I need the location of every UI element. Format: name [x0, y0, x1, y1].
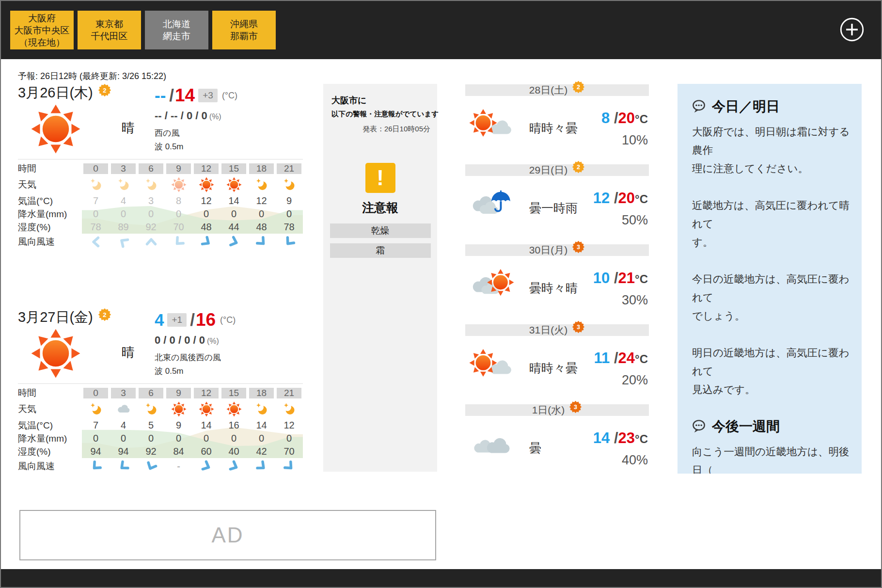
hourly-temp-cell: 16: [220, 419, 248, 432]
hourly-humidity-cell: 78: [82, 221, 110, 234]
weekly-high-temp: 20: [618, 190, 635, 207]
location-tab[interactable]: 東京都 千代田区: [78, 11, 141, 49]
weekly-temp-slash: /: [610, 270, 618, 286]
plus-icon: [839, 17, 865, 42]
weekly-temps: 11 /24°C 20%: [594, 350, 648, 388]
location-tab-label: 北海道 網走市: [163, 18, 190, 42]
wind-summary: 北東の風後西の風: [155, 352, 236, 363]
weekly-pop: 30%: [593, 293, 648, 308]
hourly-humidity-cell: 70: [275, 445, 303, 458]
wind-summary: 西の風: [155, 127, 237, 139]
wind-direction-icon: [90, 236, 102, 248]
hourly-temp-cell: 9: [165, 419, 192, 432]
weekly-temps: 14 /23°C 40%: [593, 429, 648, 468]
hourly-humidity-cell: 40: [220, 445, 248, 458]
hourly-weather-icon-cell: [192, 175, 220, 194]
hourly-precip-cell: 0: [275, 207, 303, 221]
hourly-precip-cell: 0: [248, 207, 275, 221]
weekly-date: 31日(火): [529, 323, 567, 337]
location-tab[interactable]: 北海道 網走市: [145, 11, 208, 49]
hourly-wind-cell: [82, 458, 110, 475]
weekly-temp-unit: °C: [635, 272, 648, 286]
hourly-weather-icon-cell: [192, 399, 220, 419]
hourly-humidity-cell: 92: [137, 445, 165, 458]
weekly-temp-slash: /: [610, 110, 618, 127]
badge-icon: 3: [569, 400, 582, 413]
svg-text:3: 3: [577, 244, 580, 251]
weekly-high-temp: 20: [618, 110, 635, 127]
bottombar: [1, 569, 881, 587]
weekly-entry-body: 晴時々曇 11 /24°C 20%: [465, 336, 649, 404]
wind-direction-icon: [281, 458, 298, 475]
hourly-precip-cell: 0: [137, 207, 165, 221]
svg-text:2: 2: [103, 87, 106, 94]
badge-icon: 3: [572, 320, 585, 334]
hourly-weather-icon-cell: [248, 399, 275, 419]
temp-unit: (°C): [220, 315, 236, 325]
hourly-wind-cell: [248, 458, 275, 475]
hourly-humidity-cell: 89: [110, 221, 137, 234]
hourly-weather-icon-cell: [110, 175, 137, 194]
weekly-entry-body: 曇 14 /23°C 40%: [465, 416, 649, 484]
hourly-temp-cell: 7: [82, 194, 110, 207]
summary-week-title-text: 今後一週間: [712, 417, 780, 436]
hourly-temp-cell: 3: [137, 194, 165, 207]
hourly-precip-cell: 0: [82, 432, 110, 445]
hour-cell: 6: [137, 387, 165, 399]
weekly-low-temp: 10: [593, 270, 610, 286]
hourly-wind-cell: [192, 458, 220, 475]
weekly-weather-label: 晴時々曇: [529, 120, 578, 136]
pop-unit: (%): [209, 112, 221, 121]
location-tab[interactable]: 大阪府 大阪市中央区 （現在地）: [10, 11, 74, 49]
weekly-date-bar: 28日(土) 2: [465, 84, 649, 96]
high-temp: 14: [175, 85, 195, 106]
wind-direction-icon: [226, 459, 242, 474]
hourly-wind-cell: [82, 234, 110, 250]
add-location-button[interactable]: [839, 17, 865, 42]
hourly-wind-cell: [275, 458, 303, 475]
weekly-date-bar: 30日(月) 3: [465, 244, 649, 256]
wind-direction-icon: [171, 234, 187, 250]
summary-today-section: 今日／明日 大阪府では、明日朝は霜に対する農作 理に注意してください。近畿地方は…: [692, 97, 851, 399]
hourly-humidity-cell: 48: [248, 221, 275, 234]
hourly-precip-cell: 0: [82, 207, 110, 221]
weekly-entry: 30日(月) 3 曇時々晴 10 /21°C 30%: [465, 244, 649, 324]
sun-icon: [199, 177, 214, 192]
weekly-temps: 8 /20°C 10%: [601, 110, 648, 148]
hour-cell: 15: [220, 387, 248, 399]
ad-banner[interactable]: AD: [19, 510, 436, 560]
hourly-temp-cell: 12: [248, 194, 275, 207]
svg-text:2: 2: [577, 84, 580, 91]
hourly-weather-icon-cell: [275, 399, 303, 419]
weekly-temp-unit: °C: [635, 432, 648, 445]
alert-category: 注意報: [323, 200, 437, 216]
hourly-temp-cell: 14: [192, 419, 220, 432]
hourly-precip-cell: 0: [137, 432, 165, 445]
weekly-low-temp: 8: [601, 110, 610, 127]
low-temp: 4: [155, 310, 164, 330]
moon-icon: [282, 401, 297, 417]
hourly-temp-cell: 5: [137, 419, 165, 432]
badge-icon: 2: [572, 80, 585, 94]
sun-icon: [171, 401, 187, 417]
hourly-temp-cell: 14: [248, 419, 275, 432]
location-tab[interactable]: 沖縄県 那覇市: [212, 11, 276, 49]
weekly-entry: 31日(火) 3 晴時々曇 11 /24°C 20%: [465, 324, 649, 404]
cloud-icon: [116, 401, 131, 417]
hourly-table: 時間036912151821天気気温(°C)745914161412降水量(mm…: [18, 383, 303, 475]
hourly-humidity-cell: 92: [137, 221, 165, 234]
moon-icon: [116, 177, 131, 192]
hourly-temp-cell: 7: [82, 419, 110, 432]
weather-icon: [31, 104, 81, 154]
row-label-time: 時間: [18, 162, 82, 175]
hourly-precip-cell: 0: [248, 432, 275, 445]
weekly-temp-slash: /: [610, 350, 618, 366]
index-badge: 3: [569, 400, 582, 415]
weather-label: 晴: [122, 119, 135, 137]
temp-line: -- / 14 +3 (°C): [155, 85, 237, 106]
hourly-humidity-cell: 42: [248, 445, 275, 458]
weekly-forecast: 28日(土) 2 晴時々曇 8 /20°C 10% 29日(日) 2 曇一時雨 …: [465, 84, 649, 484]
hourly-weather-icon-cell: [275, 175, 303, 194]
hourly-wind-cell: [192, 234, 220, 250]
hour-cell: 21: [275, 387, 303, 399]
